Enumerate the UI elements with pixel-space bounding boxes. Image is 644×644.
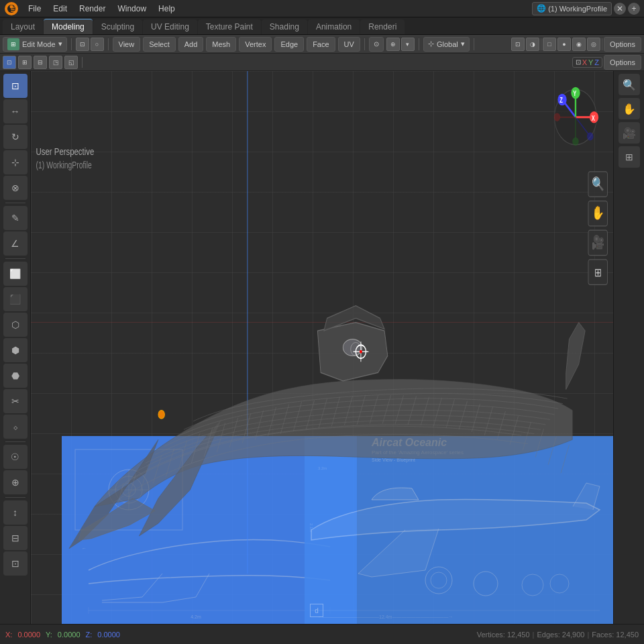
status-edges: Edges: 24,900	[537, 631, 584, 639]
header-icon-1[interactable]: ⊡	[3, 56, 16, 69]
snap-options-btn[interactable]: ▾	[401, 38, 415, 51]
coords-z-val: 0.0000	[97, 631, 120, 639]
shading-material-btn[interactable]: ◉	[572, 38, 586, 51]
coords-x-val: 0.0000	[17, 631, 40, 639]
svg-text:✋: ✋	[592, 205, 605, 221]
mesh-body: // This can't run in SVG context, dots a…	[69, 306, 585, 549]
shading-render-btn[interactable]: ◎	[587, 38, 600, 51]
main-area: ⊡ ↔ ↻ ⊹ ⊗ ✎ ∠ ⬜ ⬛ ⬡ ⬢ ⬣ ✂ ⬦ ☉ ⊕ ↕ ⊟ ⊡	[0, 71, 644, 624]
transform-icon-2[interactable]: ○	[91, 38, 104, 51]
proportional-btn[interactable]: ⊙	[369, 37, 384, 52]
coords-x-label: X:	[5, 631, 12, 639]
tool-smooth[interactable]: ☉	[3, 445, 28, 469]
snap-btn[interactable]: ⊕	[386, 38, 400, 51]
transform-icon-1[interactable]: ⊡	[76, 38, 89, 51]
tool-add-cube[interactable]: ⬜	[3, 262, 28, 286]
mode-dropdown-icon: ▾	[58, 40, 62, 48]
coords-z-label: Z:	[86, 631, 93, 639]
tab-shading[interactable]: Shading	[262, 19, 307, 34]
add-btn[interactable]: Add	[178, 37, 204, 52]
scene-icon: 🌐	[537, 4, 546, 13]
svg-point-80	[587, 132, 593, 140]
menu-render[interactable]: Render	[74, 3, 111, 15]
right-tool-pan[interactable]: ✋	[619, 98, 640, 119]
options-btn[interactable]: Options	[604, 37, 641, 52]
svg-point-67	[343, 339, 362, 356]
tab-sculpting[interactable]: Sculpting	[93, 19, 142, 34]
tool-measure[interactable]: ∠	[3, 231, 28, 256]
second-sep	[82, 57, 83, 68]
select-btn[interactable]: Select	[143, 37, 176, 52]
scene-add-btn[interactable]: +	[628, 3, 640, 15]
options-right-btn[interactable]: Options	[604, 55, 641, 70]
y-label[interactable]: Y	[588, 58, 593, 66]
tool-bevel[interactable]: ⬢	[3, 338, 28, 362]
tool-transform[interactable]: ⊗	[3, 176, 28, 200]
svg-rect-3	[11, 7, 15, 8]
header-icon-4[interactable]: ◳	[49, 56, 62, 69]
status-sep2: |	[587, 631, 589, 639]
tool-push-pull[interactable]: ⊟	[3, 526, 28, 550]
menu-edit[interactable]: Edit	[48, 3, 72, 15]
x-label[interactable]: X	[582, 58, 587, 66]
left-toolbar: ⊡ ↔ ↻ ⊹ ⊗ ✎ ∠ ⬜ ⬛ ⬡ ⬢ ⬣ ✂ ⬦ ☉ ⊕ ↕ ⊟ ⊡	[0, 71, 31, 624]
tool-knife[interactable]: ✂	[3, 389, 28, 413]
header-icon-2[interactable]: ⊞	[18, 56, 32, 69]
coords-y-val: 0.0000	[58, 631, 80, 639]
right-panel: 🔍 ✋ 🎥 ⊞	[613, 71, 644, 624]
right-panel-icons: 🔍 ✋ 🎥 ⊞	[588, 172, 607, 285]
left-sep-3	[5, 441, 25, 442]
tab-animation[interactable]: Animation	[308, 19, 360, 34]
face-btn[interactable]: Face	[307, 37, 335, 52]
uv-btn[interactable]: UV	[338, 37, 360, 52]
mesh-btn[interactable]: Mesh	[206, 37, 236, 52]
scene-selector[interactable]: 🌐 (1) WorkingProfile	[532, 2, 612, 15]
tool-edge-slide[interactable]: ⊕	[3, 470, 28, 494]
viewport[interactable]: ← 4.2m	[31, 71, 613, 624]
shading-solid-btn[interactable]: ●	[557, 38, 571, 51]
right-tool-ortho[interactable]: ⊞	[619, 146, 640, 168]
tab-texture-paint[interactable]: Texture Paint	[198, 19, 261, 34]
sep5	[474, 38, 474, 50]
sep-r2	[602, 38, 602, 50]
header-icon-5[interactable]: ◱	[64, 56, 78, 69]
view-btn[interactable]: View	[113, 37, 141, 52]
tool-move[interactable]: ↔	[3, 99, 28, 123]
overlay-icon[interactable]: ⊡	[511, 38, 525, 51]
vertex-btn[interactable]: Vertex	[239, 37, 272, 52]
tool-loop-cut[interactable]: ⬣	[3, 364, 28, 388]
shading-icon[interactable]: ◑	[526, 38, 539, 51]
sep1	[71, 38, 72, 50]
right-tool-camera[interactable]: 🎥	[619, 122, 640, 144]
tool-annotate[interactable]: ✎	[3, 206, 28, 230]
tool-shear[interactable]: ⊡	[3, 551, 28, 576]
tool-extrude[interactable]: ⬛	[3, 287, 28, 311]
svg-rect-5	[11, 11, 15, 12]
scene-close-btn[interactable]: ✕	[614, 3, 626, 15]
svg-text:X: X	[592, 115, 595, 122]
sep3	[364, 38, 365, 50]
tool-inset[interactable]: ⬡	[3, 313, 28, 337]
edge-btn[interactable]: Edge	[274, 37, 304, 52]
toolbar-right-icons: ⊡ ◑ □ ● ◉ ◎ Options	[511, 37, 641, 52]
tab-modeling[interactable]: Modeling	[44, 19, 93, 34]
tab-layout[interactable]: Layout	[3, 19, 43, 34]
mode-selector[interactable]: ⊞ Edit Mode ▾	[3, 37, 67, 52]
svg-text:Z: Z	[559, 97, 563, 104]
svg-rect-4	[11, 9, 15, 10]
menu-window[interactable]: Window	[112, 3, 152, 15]
menu-file[interactable]: File	[23, 3, 46, 15]
right-tool-zoom[interactable]: 🔍	[619, 74, 640, 95]
tab-rendering[interactable]: Renderi	[360, 19, 405, 34]
tool-rotate[interactable]: ↻	[3, 125, 28, 149]
header-icon-3[interactable]: ⊟	[34, 56, 47, 69]
transform-orientation[interactable]: ⊹ Global ▾	[423, 37, 470, 52]
z-label[interactable]: Z	[594, 58, 599, 66]
tool-select[interactable]: ⊡	[3, 74, 28, 98]
tool-shrink-fatten[interactable]: ↕	[3, 500, 28, 525]
tool-scale[interactable]: ⊹	[3, 150, 28, 174]
xray-btn[interactable]: □	[543, 38, 556, 51]
tab-uv-editing[interactable]: UV Editing	[143, 19, 197, 34]
tool-bisect[interactable]: ⬦	[3, 415, 28, 439]
menu-help[interactable]: Help	[153, 3, 180, 15]
